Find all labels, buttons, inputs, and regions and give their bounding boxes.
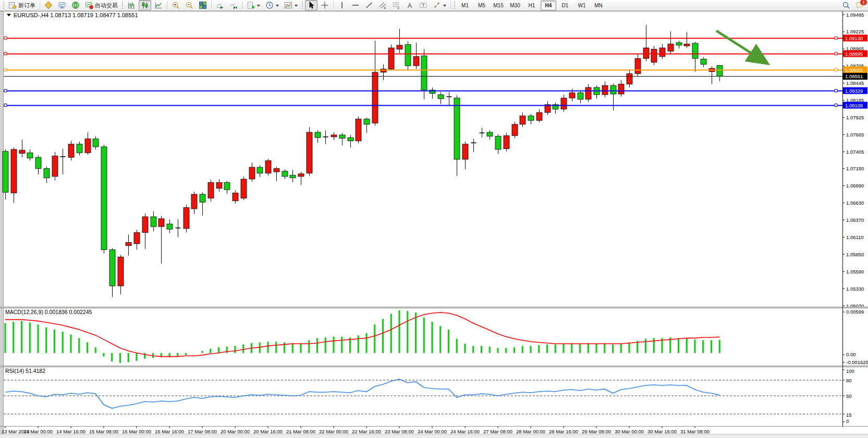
virtual-hosting-button[interactable] [56,0,68,10]
time-tick-label: 31 Mar 08:00 [680,429,710,434]
auto-trading-button[interactable]: 自动交易 [83,0,120,10]
search-button[interactable] [840,0,852,10]
time-tick-label: 28 Mar 00:00 [516,429,545,434]
zoom-out-button[interactable] [183,0,195,10]
dropdown-caret-icon[interactable] [295,5,298,8]
timeframe-w1-button[interactable]: W1 [574,1,590,10]
timeframe-m15-button[interactable]: M15 [491,1,506,10]
price-tick-label: 1.05590 [846,269,864,274]
macd-axis-label: -0.001625 [846,359,868,365]
time-tick-label: 20 Mar 00:00 [221,429,250,434]
svg-text:T: T [422,3,424,8]
zoom-out-icon [185,1,193,9]
zoom-in-button[interactable] [169,0,182,10]
new-order-button[interactable]: 新订单 [6,0,38,10]
dropdown-caret-icon[interactable] [257,5,260,8]
horizontal-line-button[interactable] [349,0,362,10]
cursor-button[interactable] [305,0,317,10]
timeframe-m30-button[interactable]: M30 [507,1,523,10]
vline-icon [338,1,346,9]
auto-trading-label: 自动交易 [95,2,118,9]
timeframe-d1-button[interactable]: D1 [557,1,573,10]
line-chart-button[interactable] [152,0,165,10]
line-chart-icon [154,1,163,9]
rsi-legend: RSI(14) 51.4182 [5,368,45,374]
trendline-button[interactable] [363,0,375,10]
bar-chart-button[interactable] [125,0,138,10]
hline-icon [351,1,360,9]
price-tick-label: 1.07150 [846,166,864,171]
price-tick-label: 1.08445 [846,80,864,86]
equidistant-channel-button[interactable]: E [376,0,389,10]
new-order-label: 新订单 [18,2,35,9]
rsi-axis-label: 50 [846,393,852,399]
price-tick-label: 1.07665 [846,132,864,137]
timeframe-m5-button[interactable]: M5 [474,1,490,10]
price-tag: 1.08329 [845,88,863,94]
timeframe-label: M5 [478,3,485,8]
candlestick-chart-button[interactable] [139,0,151,10]
timeframe-h4-button[interactable]: H4 [541,1,556,10]
time-tick-label: 24 Mar 00:00 [418,429,447,434]
chart-shift-icon [229,1,238,9]
toolbar: 新订单自动交易EFATM1M5M15M30H1H4D1W1MN1 [0,0,868,11]
price-tick-label: 1.07925 [846,115,864,120]
time-tick-label: 16 Mar 16:00 [155,429,184,434]
market-button[interactable] [42,0,55,10]
timeframe-h1-button[interactable]: H1 [524,1,540,10]
channel-icon: E [378,1,387,9]
toolbar-separator [211,1,212,9]
time-tick-label: 24 Mar 16:00 [450,429,480,434]
price-tag: 1.08551 [845,73,863,79]
bar-chart-icon [127,1,136,9]
time-tick-label: 22 Mar 16:00 [352,429,381,434]
text-button[interactable]: A [404,0,416,10]
auto-scroll-button[interactable] [214,0,226,10]
dropdown-caret-icon[interactable] [443,5,446,8]
svg-text:F: F [398,7,400,10]
order-icon [8,1,17,9]
time-tick-label: 20 Mar 16:00 [253,429,283,434]
macd-legend: MACD(12,26,9) 0.001836 0.002245 [5,309,92,315]
periods-button[interactable] [263,0,281,10]
autotrade-icon [85,1,93,9]
signals-button[interactable] [69,0,82,10]
timeframe-mn-button[interactable]: MN [591,1,606,10]
notifications-button[interactable]: 1 [853,0,866,10]
toolbar-separator [333,1,334,9]
timeframe-label: MN [594,3,603,8]
timeframe-label: H1 [529,3,535,8]
templates-button[interactable] [282,0,300,10]
crosshair-icon [321,1,329,9]
text-label-button[interactable]: T [417,0,430,10]
time-tick-label: 17 Mar 08:00 [188,429,217,434]
time-tick-label: 30 Mar 16:00 [647,429,677,434]
price-tick-label: 1.09485 [846,12,864,18]
price-tag: 1.09130 [845,35,863,41]
chart-area[interactable]: 1.094851.092251.089651.087051.084451.081… [0,0,868,438]
time-tick-label: 27 Mar 08:00 [483,429,512,434]
rsi-axis-label: 15 [846,412,852,418]
tile-windows-button[interactable] [197,0,209,10]
vertical-line-button[interactable] [336,0,348,10]
chart-shift-button[interactable] [227,0,240,10]
toolbar-separator [450,1,451,9]
svg-text:E: E [384,6,386,9]
price-tick-label: 1.06370 [846,217,864,223]
indicators-button[interactable] [244,0,262,10]
zoom-in-icon [172,1,180,9]
toolbar-grip [122,2,123,9]
auto-scroll-icon [216,1,224,9]
signals-icon [71,1,80,9]
timeframe-label: H4 [545,3,552,8]
price-tick-label: 1.06890 [846,183,864,189]
price-tick-label: 1.07405 [846,149,864,155]
fibonacci-button[interactable]: F [390,0,402,10]
template-icon [284,1,292,9]
rsi-axis-label: 100 [846,368,854,374]
crosshair-button[interactable] [319,0,331,10]
arrows-button[interactable] [431,0,448,10]
text-icon: A [406,1,414,9]
dropdown-caret-icon[interactable] [276,5,279,8]
timeframe-m1-button[interactable]: M1 [457,1,473,10]
